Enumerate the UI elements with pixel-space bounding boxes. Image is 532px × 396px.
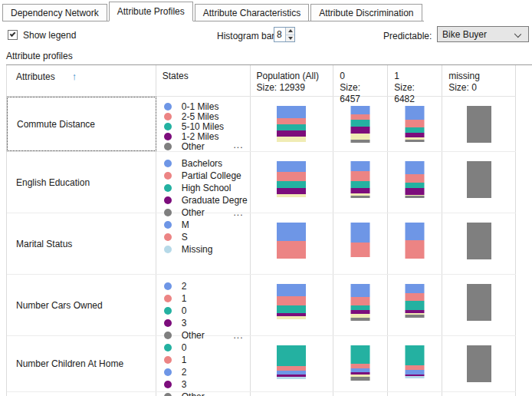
histogram-cell-miss[interactable] <box>442 336 516 391</box>
histogram-bar <box>467 161 491 198</box>
attribute-name-cell[interactable]: English Education <box>7 152 156 213</box>
bar-segment <box>351 161 370 171</box>
bar-segment <box>277 316 306 319</box>
bar-segment <box>277 118 306 124</box>
predictable-dropdown[interactable]: Bike Buyer <box>437 26 529 42</box>
legend-item-label: 5-10 Miles <box>182 121 224 132</box>
legend-item: 0-1 Miles <box>164 101 250 111</box>
histogram-cell-miss[interactable] <box>442 152 516 213</box>
histogram-cell-pop[interactable] <box>251 152 334 213</box>
header-state-1-label: 1 <box>394 71 435 82</box>
legend-dot-icon <box>164 381 172 388</box>
table-row: Number Cars Owned2103Other... <box>7 275 516 336</box>
arrow-up-icon <box>288 29 293 32</box>
legend-item: 3 <box>164 378 250 391</box>
attribute-name: Commute Distance <box>17 119 95 130</box>
legend-item: 3 <box>164 317 250 329</box>
attribute-name-cell[interactable]: Commute Distance <box>7 97 156 151</box>
attribute-name: Number Cars Owned <box>16 300 103 311</box>
legend-dot-icon <box>164 113 172 120</box>
bar-segment <box>406 106 425 120</box>
histogram-bars-stepper[interactable]: 8 <box>274 27 295 42</box>
histogram-cell-miss[interactable] <box>442 275 516 335</box>
legend-item-label: 1 <box>182 293 187 304</box>
histogram-cell-pop[interactable] <box>251 275 334 335</box>
legend-item: 1 <box>164 354 250 366</box>
histogram-bar <box>406 223 425 259</box>
bar-segment <box>277 130 306 137</box>
histogram-cell-pop[interactable] <box>251 392 334 396</box>
legend-item: Graduate Degre <box>164 194 250 206</box>
attribute-name-cell[interactable]: Number Children At Home <box>7 336 156 391</box>
bar-segment <box>467 223 491 259</box>
histogram-cell-c1[interactable] <box>388 97 442 151</box>
tab-attribute-characteristics[interactable]: Attribute Characteristics <box>195 4 309 21</box>
legend-item: 2-5 Miles <box>164 111 250 121</box>
histogram-bar <box>277 345 306 379</box>
histogram-cell-c1[interactable] <box>388 336 442 391</box>
histogram-bar <box>277 161 306 197</box>
attribute-name: English Education <box>16 177 90 188</box>
bar-segment <box>351 243 370 257</box>
legend-item-label: 2 <box>182 281 187 292</box>
histogram-cell-c1[interactable] <box>388 152 442 213</box>
tab-attribute-profiles[interactable]: Attribute Profiles <box>109 2 193 21</box>
bar-segment <box>406 183 425 188</box>
header-population: Population (All) Size: 12939 <box>251 65 334 96</box>
legend-item: Partial College <box>164 170 250 182</box>
legend-item-label: 3 <box>182 318 187 328</box>
legend-item: M <box>164 219 250 231</box>
histogram-cell-c1[interactable] <box>388 213 442 274</box>
attribute-name-cell[interactable]: Marital Status <box>7 213 156 274</box>
histogram-bars-value[interactable]: 8 <box>274 28 285 41</box>
bar-segment <box>406 174 425 183</box>
legend-dot-icon <box>164 233 172 241</box>
bar-segment <box>467 106 491 143</box>
histogram-cell-c1[interactable] <box>388 275 442 335</box>
histogram-cell-c0[interactable] <box>333 336 388 391</box>
histogram-bar <box>351 223 370 257</box>
histogram-cell-miss[interactable] <box>442 392 516 396</box>
attribute-profiles-viewer: Dependency Network Attribute Profiles At… <box>0 0 532 396</box>
legend-dot-icon <box>164 184 172 192</box>
header-missing-size: Size: 0 <box>448 82 509 94</box>
legend-dot-icon <box>164 160 172 167</box>
section-title: Attribute profiles <box>6 51 73 61</box>
histogram-cell-c1[interactable] <box>388 392 442 396</box>
legend-dot-icon <box>164 307 172 315</box>
legend-item: S <box>164 231 250 243</box>
histogram-bar <box>277 284 306 319</box>
bar-segment <box>277 305 306 313</box>
legend-dot-icon <box>164 133 172 140</box>
stepper-down-button[interactable] <box>286 35 294 42</box>
stepper-up-button[interactable] <box>286 28 294 35</box>
histogram-cell-c0[interactable] <box>333 392 388 396</box>
table-row: North America <box>7 392 516 396</box>
tab-dependency-network[interactable]: Dependency Network <box>2 4 107 21</box>
show-legend-checkbox[interactable] <box>8 30 18 40</box>
tab-attribute-discrimination[interactable]: Attribute Discrimination <box>310 4 422 21</box>
legend-dot-icon <box>164 295 172 302</box>
histogram-cell-miss[interactable] <box>442 97 516 151</box>
bar-segment <box>406 140 425 142</box>
bar-segment <box>467 345 491 382</box>
bar-segment <box>406 188 425 195</box>
histogram-cell-pop[interactable] <box>251 336 334 391</box>
header-attributes[interactable]: Attributes↑ <box>7 65 156 96</box>
histogram-cell-miss[interactable] <box>442 213 516 274</box>
histogram-bars-label: Histogram bars: <box>217 31 282 41</box>
bar-segment <box>406 120 425 127</box>
histogram-cell-c0[interactable] <box>333 275 388 335</box>
attribute-name-cell[interactable]: Number Cars Owned <box>7 275 156 335</box>
histogram-cell-c0[interactable] <box>333 213 388 274</box>
histogram-cell-pop[interactable] <box>251 213 334 274</box>
bar-segment <box>351 181 370 188</box>
bar-segment <box>406 196 425 198</box>
sort-ascending-icon: ↑ <box>72 71 77 82</box>
histogram-bar <box>467 106 491 143</box>
histogram-cell-c0[interactable] <box>333 97 388 151</box>
histogram-cell-pop[interactable] <box>251 97 334 151</box>
attribute-name-cell[interactable] <box>7 392 156 396</box>
histogram-cell-c0[interactable] <box>333 152 388 213</box>
legend-item: Missing <box>164 243 250 256</box>
